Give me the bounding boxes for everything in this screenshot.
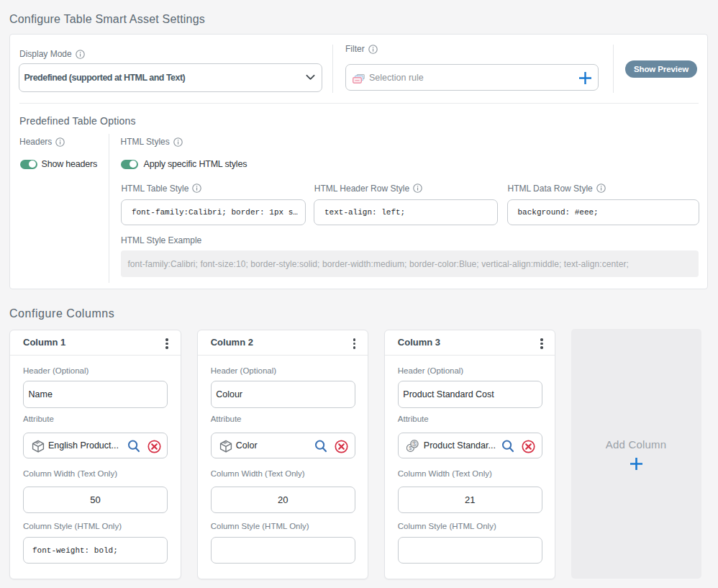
svg-text:$: $ (413, 441, 416, 446)
